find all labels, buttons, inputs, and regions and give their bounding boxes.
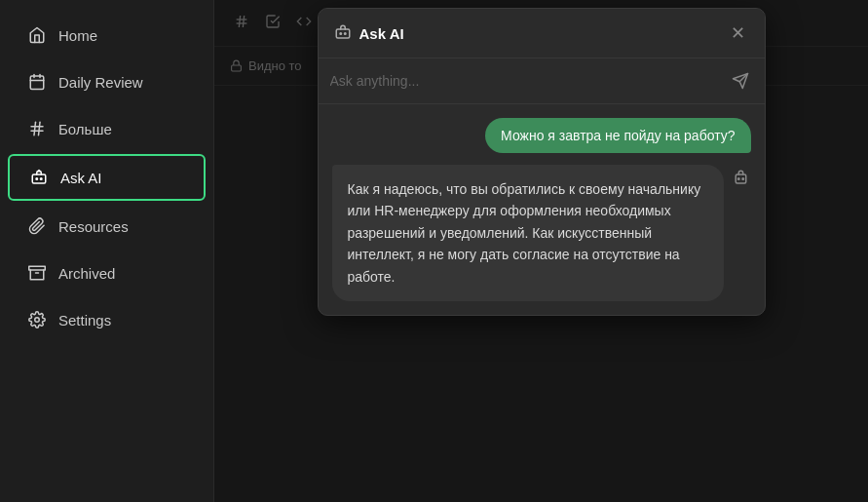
paperclip-icon: [27, 216, 47, 236]
svg-point-10: [41, 178, 43, 180]
ai-message: Как я надеюсь, что вы обратились к своем…: [332, 165, 724, 301]
settings-icon: [27, 310, 47, 329]
bot-icon: [29, 168, 49, 187]
sidebar-item-label: Ask AI: [60, 170, 102, 186]
svg-point-27: [742, 178, 744, 180]
sidebar-item-daily-review[interactable]: Daily Review: [8, 60, 206, 103]
ask-ai-modal: Ask AI ✕ Можно я завтра не пойду на рабо…: [318, 8, 766, 316]
svg-point-9: [36, 178, 38, 180]
main-content: Видно то Ask AI ✕: [214, 0, 868, 502]
modal-overlay: Ask AI ✕ Можно я завтра не пойду на рабо…: [214, 0, 868, 502]
ask-ai-icon: [334, 23, 352, 44]
modal-header: Ask AI ✕: [319, 9, 765, 58]
sidebar-item-label: Daily Review: [58, 74, 143, 91]
svg-rect-20: [336, 29, 350, 38]
sidebar-item-archived[interactable]: Archived: [8, 251, 206, 294]
sidebar-item-more[interactable]: Больше: [8, 107, 206, 150]
sidebar-item-home[interactable]: Home: [8, 14, 206, 57]
archive-icon: [27, 263, 47, 283]
modal-body: Можно я завтра не пойду на работу? Как я…: [319, 104, 765, 315]
svg-point-14: [35, 318, 40, 323]
sidebar-item-label: Settings: [58, 312, 111, 328]
modal-title: Ask AI: [334, 23, 404, 44]
svg-rect-0: [30, 76, 44, 90]
user-message: Можно я завтра не пойду на работу?: [485, 118, 750, 153]
ai-copy-icon[interactable]: [734, 169, 751, 191]
svg-point-21: [340, 32, 342, 34]
sidebar-item-label: Больше: [58, 121, 112, 137]
sidebar-item-label: Resources: [58, 218, 129, 235]
calendar-icon: [27, 72, 47, 92]
svg-point-22: [344, 32, 346, 34]
svg-line-6: [34, 122, 36, 135]
svg-rect-8: [32, 174, 46, 183]
sidebar-item-resources[interactable]: Resources: [8, 205, 206, 248]
send-button[interactable]: [728, 68, 753, 94]
sidebar: Home Daily Review Больше Ask AI: [0, 0, 214, 502]
ai-message-wrapper: Как я надеюсь, что вы обратились к своем…: [332, 165, 751, 301]
ask-ai-input[interactable]: [330, 73, 720, 89]
svg-rect-12: [29, 266, 46, 270]
sidebar-item-label: Archived: [58, 265, 115, 282]
sidebar-item-ask-ai[interactable]: Ask AI: [8, 154, 206, 201]
svg-point-26: [737, 178, 739, 180]
sidebar-item-settings[interactable]: Settings: [8, 298, 206, 341]
svg-line-7: [39, 122, 41, 135]
sidebar-item-label: Home: [58, 27, 97, 44]
modal-close-button[interactable]: ✕: [727, 22, 749, 44]
home-icon: [27, 25, 47, 45]
hash-icon: [27, 119, 47, 138]
modal-search-row: [319, 58, 765, 104]
